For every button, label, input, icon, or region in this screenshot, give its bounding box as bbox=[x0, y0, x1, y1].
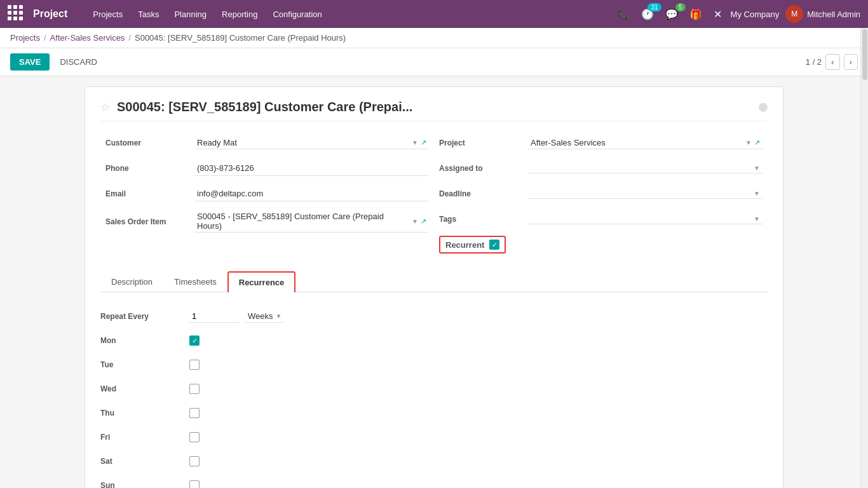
topbar-right: 📞 🕐 31 💬 5 🎁 ✕ My Company M Mitchell Adm… bbox=[614, 5, 860, 23]
email-label: Email bbox=[105, 189, 194, 198]
project-dropdown[interactable]: After-Sales Services ▼ ↗ bbox=[528, 137, 763, 149]
customer-value: Ready Mat bbox=[197, 138, 409, 147]
tab-timesheets[interactable]: Timesheets bbox=[163, 271, 227, 292]
nav-planning[interactable]: Planning bbox=[168, 6, 213, 23]
phone-label: Phone bbox=[105, 164, 194, 173]
user-menu[interactable]: M Mitchell Admin bbox=[785, 5, 860, 23]
deadline-dropdown[interactable]: ▼ bbox=[528, 189, 763, 199]
breadcrumb-projects[interactable]: Projects bbox=[10, 33, 40, 43]
day-checkbox-wed[interactable] bbox=[189, 384, 200, 394]
day-row-mon: Mon bbox=[100, 332, 768, 349]
repeat-every-row: Repeat Every Weeks ▼ bbox=[100, 308, 768, 325]
recurrent-checkbox[interactable] bbox=[489, 240, 499, 250]
tags-dropdown[interactable]: ▼ bbox=[528, 214, 763, 224]
customer-dropdown[interactable]: Ready Mat ▼ ↗ bbox=[194, 137, 429, 149]
next-record-button[interactable]: › bbox=[844, 54, 858, 70]
nav-configuration[interactable]: Configuration bbox=[266, 6, 328, 23]
day-row-thu: Thu bbox=[100, 404, 768, 422]
breadcrumb: Projects / After-Sales Services / S00045… bbox=[0, 28, 868, 48]
scroll-thumb bbox=[862, 29, 867, 80]
scrollbar[interactable] bbox=[860, 28, 868, 488]
discard-button[interactable]: DISCARD bbox=[55, 53, 102, 71]
activity-badge: 31 bbox=[648, 3, 661, 11]
day-checkbox-mon[interactable] bbox=[189, 336, 200, 346]
day-row-sat: Sat bbox=[100, 452, 768, 470]
assigned-dropdown-arrow: ▼ bbox=[754, 165, 760, 172]
favorite-star-icon[interactable]: ☆ bbox=[100, 100, 111, 114]
sales-order-label: Sales Order Item bbox=[105, 217, 194, 226]
gift-icon[interactable]: 🎁 bbox=[687, 6, 705, 23]
breadcrumb-sep-2: / bbox=[128, 33, 131, 43]
deadline-dropdown-arrow: ▼ bbox=[754, 190, 760, 197]
day-checkbox-thu[interactable] bbox=[189, 408, 200, 418]
day-row-wed: Wed bbox=[100, 380, 768, 398]
repeat-unit-arrow: ▼ bbox=[276, 313, 282, 320]
phone-icon[interactable]: 📞 bbox=[614, 6, 632, 23]
breadcrumb-sep-1: / bbox=[44, 33, 46, 43]
project-external-link-icon[interactable]: ↗ bbox=[754, 139, 760, 147]
company-name: My Company bbox=[731, 10, 780, 19]
recurrent-label: Recurrent bbox=[445, 240, 484, 250]
project-label: Project bbox=[439, 139, 528, 147]
day-label-mon: Mon bbox=[100, 336, 189, 345]
day-checkbox-fri[interactable] bbox=[189, 432, 200, 442]
email-value-field[interactable]: info@deltapc.com bbox=[194, 186, 429, 201]
day-label-sun: Sun bbox=[100, 481, 189, 488]
sales-order-value: S00045 - [SERV_585189] Customer Care (Pr… bbox=[197, 212, 409, 231]
phone-value: (803)-873-6126 bbox=[197, 163, 254, 173]
customer-external-link-icon[interactable]: ↗ bbox=[421, 139, 426, 147]
recurrent-row: Recurrent bbox=[439, 236, 506, 254]
chat-icon-btn[interactable]: 💬 5 bbox=[663, 6, 681, 23]
day-checkbox-sat[interactable] bbox=[189, 456, 200, 466]
day-label-tue: Tue bbox=[100, 360, 189, 369]
sales-order-dropdown-arrow: ▼ bbox=[412, 218, 418, 225]
phone-value-field[interactable]: (803)-873-6126 bbox=[194, 161, 429, 176]
repeat-every-input[interactable] bbox=[189, 310, 240, 323]
tabs-bar: Description Timesheets Recurrence bbox=[100, 271, 768, 292]
project-value: After-Sales Services bbox=[531, 138, 743, 147]
fields-grid: Customer Ready Mat ▼ ↗ Phone (803)-873-6… bbox=[100, 134, 768, 261]
day-checkboxes: MonTueWedThuFriSatSun bbox=[100, 332, 768, 488]
breadcrumb-current: S00045: [SERV_585189] Customer Care (Pre… bbox=[135, 33, 346, 43]
tab-recurrence[interactable]: Recurrence bbox=[227, 271, 296, 292]
day-checkbox-sun[interactable] bbox=[189, 480, 200, 488]
fields-right: Project After-Sales Services ▼ ↗ Assigne… bbox=[434, 134, 768, 261]
deadline-label: Deadline bbox=[439, 189, 528, 198]
grid-menu-icon[interactable] bbox=[8, 5, 25, 23]
day-row-tue: Tue bbox=[100, 356, 768, 374]
tags-dropdown-arrow: ▼ bbox=[754, 215, 760, 222]
day-checkbox-tue[interactable] bbox=[189, 360, 200, 370]
customer-field-row: Customer Ready Mat ▼ ↗ bbox=[105, 134, 429, 152]
deadline-field-row: Deadline ▼ bbox=[439, 185, 763, 203]
assigned-label: Assigned to bbox=[439, 164, 528, 173]
day-row-sun: Sun bbox=[100, 477, 768, 488]
nav-tasks[interactable]: Tasks bbox=[132, 6, 165, 23]
day-label-sat: Sat bbox=[100, 457, 189, 466]
tab-description[interactable]: Description bbox=[100, 271, 163, 292]
user-name: Mitchell Admin bbox=[807, 10, 860, 19]
main-content: ☆ S00045: [SERV_585189] Customer Care (P… bbox=[0, 76, 868, 488]
day-row-fri: Fri bbox=[100, 428, 768, 446]
nav-reporting[interactable]: Reporting bbox=[215, 6, 264, 23]
nav-projects[interactable]: Projects bbox=[86, 6, 129, 23]
recurrence-section: Repeat Every Weeks ▼ MonTueWedThuFriSatS… bbox=[100, 302, 768, 488]
top-nav: Projects Tasks Planning Reporting Config… bbox=[86, 6, 614, 23]
sales-order-field-row: Sales Order Item S00045 - [SERV_585189] … bbox=[105, 210, 429, 233]
customer-label: Customer bbox=[105, 139, 194, 147]
topbar: Project Projects Tasks Planning Reportin… bbox=[0, 0, 868, 28]
repeat-unit-value: Weeks bbox=[248, 311, 273, 321]
phone-field-row: Phone (803)-873-6126 bbox=[105, 159, 429, 177]
save-button[interactable]: SAVE bbox=[10, 53, 50, 71]
sales-order-external-link-icon[interactable]: ↗ bbox=[421, 217, 426, 226]
pagination: 1 / 2 ‹ › bbox=[806, 54, 858, 70]
breadcrumb-after-sales[interactable]: After-Sales Services bbox=[50, 33, 125, 43]
activity-icon-btn[interactable]: 🕐 31 bbox=[639, 6, 656, 23]
email-field-row: Email info@deltapc.com bbox=[105, 185, 429, 203]
prev-record-button[interactable]: ‹ bbox=[825, 54, 839, 70]
assigned-dropdown[interactable]: ▼ bbox=[528, 163, 763, 173]
app-name: Project bbox=[33, 8, 67, 20]
repeat-unit-dropdown[interactable]: Weeks ▼ bbox=[245, 310, 284, 323]
close-icon[interactable]: ✕ bbox=[711, 6, 724, 23]
sales-order-dropdown[interactable]: S00045 - [SERV_585189] Customer Care (Pr… bbox=[194, 210, 429, 233]
day-label-fri: Fri bbox=[100, 433, 189, 442]
